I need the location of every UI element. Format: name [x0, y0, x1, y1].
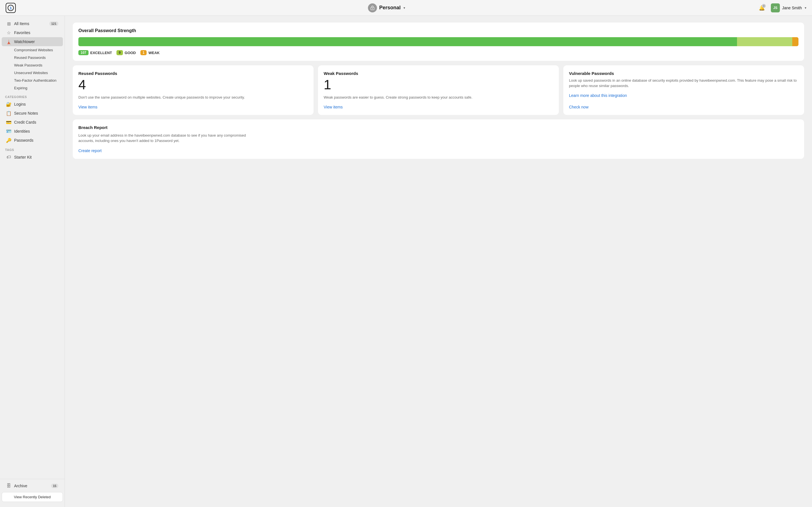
tags-section-label: TAGS: [0, 145, 64, 153]
all-items-label: All Items: [14, 21, 29, 26]
vault-selector[interactable]: Personal ▾: [368, 3, 405, 12]
user-chevron-icon: ▾: [805, 6, 806, 10]
sidebar-item-starter-kit[interactable]: 🏷 Starter Kit: [2, 153, 63, 162]
weak-desc: Weak passwords are easier to guess. Crea…: [324, 95, 553, 100]
excellent-count: 107: [79, 50, 89, 55]
sidebar-item-passwords[interactable]: 🔑 Passwords: [2, 136, 63, 145]
user-name: Jane Smith: [782, 6, 802, 10]
vulnerable-check-now-link[interactable]: Check now: [569, 105, 799, 109]
passwords-label: Passwords: [14, 138, 33, 143]
reused-title: Reused Passwords: [79, 71, 308, 76]
secure-notes-icon: 📋: [6, 111, 11, 116]
all-items-icon: ⊞: [6, 21, 11, 26]
logins-icon: 🔐: [6, 102, 11, 107]
main-content: Overall Password Strength 107 EXCELLENT …: [65, 16, 812, 507]
sidebar-item-favorites[interactable]: ☆ Favorites: [2, 28, 63, 37]
credit-cards-label: Credit Cards: [14, 120, 36, 124]
weak-count: 1: [324, 78, 553, 92]
secure-notes-label: Secure Notes: [14, 111, 38, 115]
view-recently-deleted-button[interactable]: View Recently Deleted: [2, 492, 63, 502]
identities-label: Identities: [14, 129, 30, 133]
passwords-icon: 🔑: [6, 138, 11, 143]
identities-icon: 🪪: [6, 129, 11, 134]
app-body: ⊞ All Items 121 ☆ Favorites 🗼 Watchtower…: [0, 16, 812, 507]
topbar-right: 🔔 0 JS Jane Smith ▾: [757, 3, 806, 12]
weak-label: WEAK: [148, 51, 160, 55]
avatar: JS: [771, 3, 780, 12]
reused-view-items-link[interactable]: View items: [79, 105, 308, 109]
reused-passwords-card: Reused Passwords 4 Don't use the same pa…: [73, 65, 313, 115]
breach-report-card: Breach Report Look up your email address…: [73, 119, 804, 159]
legend-good: 9 GOOD: [116, 50, 136, 55]
all-items-badge: 121: [49, 21, 58, 26]
sidebar-subitem-compromised[interactable]: Compromised Websites: [2, 46, 63, 54]
vulnerable-desc: Look up saved passwords in an online dat…: [569, 78, 799, 89]
favorites-icon: ☆: [6, 30, 11, 35]
vulnerable-learn-more-link[interactable]: Learn more about this integration: [569, 93, 799, 98]
breach-title: Breach Report: [79, 125, 799, 130]
strength-bar-good: [737, 37, 792, 46]
reused-count: 4: [79, 78, 308, 92]
watchtower-label: Watchtower: [14, 40, 35, 44]
strength-bar-weak: [792, 37, 799, 46]
tag-icon: 🏷: [6, 155, 11, 160]
good-count: 9: [116, 50, 123, 55]
sidebar-item-all-items[interactable]: ⊞ All Items 121: [2, 19, 63, 28]
sidebar-item-archive[interactable]: 🗄 Archive 15: [2, 482, 63, 490]
strength-bar: [79, 37, 799, 46]
sidebar-item-identities[interactable]: 🪪 Identities: [2, 127, 63, 136]
vulnerable-title: Vulnerable Passwords: [569, 71, 799, 76]
strength-bar-excellent: [79, 37, 737, 46]
topbar: 1 Personal ▾ 🔔 0 JS Jane Smith ▾: [0, 0, 812, 16]
user-menu-button[interactable]: JS Jane Smith ▾: [771, 3, 806, 12]
notification-badge: 0: [762, 4, 766, 8]
archive-badge: 15: [51, 484, 58, 488]
categories-section-label: CATEGORIES: [0, 92, 64, 100]
sidebar-item-watchtower[interactable]: 🗼 Watchtower: [2, 37, 63, 46]
security-cards-grid: Reused Passwords 4 Don't use the same pa…: [73, 65, 804, 115]
svg-text:1: 1: [10, 6, 11, 10]
sidebar-item-secure-notes[interactable]: 📋 Secure Notes: [2, 109, 63, 118]
app-logo[interactable]: 1: [6, 3, 16, 13]
vault-icon: [368, 3, 377, 12]
watchtower-icon: 🗼: [6, 39, 11, 44]
archive-icon: 🗄: [6, 483, 11, 489]
weak-view-items-link[interactable]: View items: [324, 105, 553, 109]
sidebar-subitem-expiring[interactable]: Expiring: [2, 84, 63, 92]
starter-kit-label: Starter Kit: [14, 155, 32, 159]
sidebar-subitem-unsecured[interactable]: Unsecured Websites: [2, 69, 63, 76]
favorites-label: Favorites: [14, 31, 31, 35]
breach-desc: Look up your email address in the haveib…: [79, 133, 248, 144]
vulnerable-passwords-card: Vulnerable Passwords Look up saved passw…: [563, 65, 804, 115]
sidebar: ⊞ All Items 121 ☆ Favorites 🗼 Watchtower…: [0, 16, 65, 507]
sidebar-item-credit-cards[interactable]: 💳 Credit Cards: [2, 118, 63, 127]
logins-label: Logins: [14, 102, 26, 107]
strength-title: Overall Password Strength: [79, 28, 799, 33]
sidebar-spacer: [0, 162, 64, 479]
archive-label: Archive: [14, 484, 28, 488]
sidebar-item-logins[interactable]: 🔐 Logins: [2, 100, 63, 109]
sidebar-subitem-2fa[interactable]: Two-Factor Authentication: [2, 76, 63, 84]
excellent-label: EXCELLENT: [90, 51, 112, 55]
weak-passwords-card: Weak Passwords 1 Weak passwords are easi…: [318, 65, 559, 115]
sidebar-subitem-reused[interactable]: Reused Passwords: [2, 54, 63, 61]
svg-point-3: [372, 8, 373, 9]
legend-weak: 1 WEAK: [140, 50, 160, 55]
breach-create-report-link[interactable]: Create report: [79, 149, 101, 153]
password-strength-card: Overall Password Strength 107 EXCELLENT …: [73, 22, 804, 61]
credit-cards-icon: 💳: [6, 120, 11, 125]
weak-count: 1: [140, 50, 147, 55]
notifications-button[interactable]: 🔔 0: [757, 3, 766, 12]
topbar-left: 1: [6, 3, 16, 13]
reused-desc: Don't use the same password on multiple …: [79, 95, 308, 100]
sidebar-subitem-weak[interactable]: Weak Passwords: [2, 61, 63, 69]
good-label: GOOD: [124, 51, 136, 55]
strength-legend: 107 EXCELLENT 9 GOOD 1 WEAK: [79, 50, 799, 55]
vault-name: Personal: [379, 5, 401, 11]
sidebar-bottom: 🗄 Archive 15 View Recently Deleted: [0, 479, 64, 504]
legend-excellent: 107 EXCELLENT: [79, 50, 112, 55]
weak-title: Weak Passwords: [324, 71, 553, 76]
vault-chevron-icon: ▾: [403, 6, 405, 10]
